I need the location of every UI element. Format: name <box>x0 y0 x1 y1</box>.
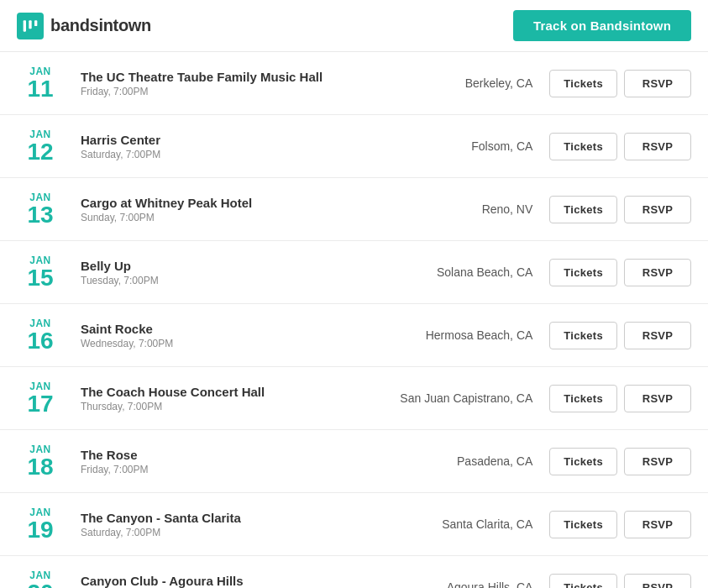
rsvp-button[interactable]: RSVP <box>624 196 691 223</box>
event-name: Canyon Club - Agoura Hills <box>81 574 398 588</box>
event-time: Friday, 7:00PM <box>81 86 398 97</box>
event-row: JAN 11 The UC Theatre Taube Family Music… <box>0 52 708 115</box>
event-day: 18 <box>27 455 53 479</box>
rsvp-button[interactable]: RSVP <box>624 133 691 160</box>
event-actions: Tickets RSVP <box>549 385 691 412</box>
event-day: 12 <box>27 140 53 164</box>
tickets-button[interactable]: Tickets <box>549 70 617 97</box>
event-day: 16 <box>27 329 53 353</box>
events-list: JAN 11 The UC Theatre Taube Family Music… <box>0 52 708 588</box>
tickets-button[interactable]: Tickets <box>549 511 617 538</box>
event-time: Sunday, 7:00PM <box>81 212 398 223</box>
event-date: JAN 13 <box>17 192 64 227</box>
logo-text: bandsintown <box>50 16 151 35</box>
event-actions: Tickets RSVP <box>549 511 691 538</box>
event-row: JAN 13 Cargo at Whitney Peak Hotel Sunda… <box>0 178 708 241</box>
header: bandsintown Track on Bandsintown <box>0 0 708 52</box>
event-actions: Tickets RSVP <box>549 133 691 160</box>
event-time: Wednesday, 7:00PM <box>81 338 398 349</box>
event-date: JAN 11 <box>17 66 64 101</box>
event-day: 19 <box>27 518 53 542</box>
event-row: JAN 18 The Rose Friday, 7:00PM Pasadena,… <box>0 430 708 493</box>
event-date: JAN 16 <box>17 318 64 353</box>
event-time: Thursday, 7:00PM <box>81 401 398 412</box>
event-info: Canyon Club - Agoura Hills Sunday, 7:00P… <box>81 574 398 589</box>
event-date: JAN 17 <box>17 381 64 416</box>
event-info: Cargo at Whitney Peak Hotel Sunday, 7:00… <box>81 196 398 223</box>
rsvp-button[interactable]: RSVP <box>624 511 691 538</box>
event-info: Belly Up Tuesday, 7:00PM <box>81 259 398 286</box>
event-day: 15 <box>27 266 53 290</box>
event-actions: Tickets RSVP <box>549 322 691 349</box>
event-location: Santa Clarita, CA <box>398 517 532 531</box>
event-row: JAN 16 Saint Rocke Wednesday, 7:00PM Her… <box>0 304 708 367</box>
event-info: Saint Rocke Wednesday, 7:00PM <box>81 322 398 349</box>
event-date: JAN 15 <box>17 255 64 290</box>
rsvp-button[interactable]: RSVP <box>624 70 691 97</box>
event-location: San Juan Capistrano, CA <box>398 391 532 405</box>
event-info: The Coach House Concert Hall Thursday, 7… <box>81 385 398 412</box>
event-time: Tuesday, 7:00PM <box>81 275 398 286</box>
event-info: The UC Theatre Taube Family Music Hall F… <box>81 70 398 97</box>
event-name: The Rose <box>81 448 398 462</box>
event-location: Pasadena, CA <box>398 454 532 468</box>
event-name: Cargo at Whitney Peak Hotel <box>81 196 398 210</box>
svg-rect-0 <box>24 20 26 31</box>
tickets-button[interactable]: Tickets <box>549 133 617 160</box>
event-actions: Tickets RSVP <box>549 196 691 223</box>
logo-area: bandsintown <box>17 13 151 39</box>
event-actions: Tickets RSVP <box>549 448 691 475</box>
event-time: Friday, 7:00PM <box>81 464 398 475</box>
tickets-button[interactable]: Tickets <box>549 196 617 223</box>
event-actions: Tickets RSVP <box>549 70 691 97</box>
event-row: JAN 19 The Canyon - Santa Clarita Saturd… <box>0 493 708 556</box>
rsvp-button[interactable]: RSVP <box>624 448 691 475</box>
event-location: Reno, NV <box>398 202 532 216</box>
tickets-button[interactable]: Tickets <box>549 448 617 475</box>
event-date: JAN 18 <box>17 444 64 479</box>
event-location: Solana Beach, CA <box>398 265 532 279</box>
event-info: The Rose Friday, 7:00PM <box>81 448 398 475</box>
event-location: Agoura Hills, CA <box>398 580 532 588</box>
event-date: JAN 20 <box>17 570 64 588</box>
event-name: The Coach House Concert Hall <box>81 385 398 399</box>
event-row: JAN 17 The Coach House Concert Hall Thur… <box>0 367 708 430</box>
rsvp-button[interactable]: RSVP <box>624 385 691 412</box>
svg-rect-1 <box>29 20 31 29</box>
event-location: Berkeley, CA <box>398 76 532 90</box>
event-name: The UC Theatre Taube Family Music Hall <box>81 70 398 84</box>
event-row: JAN 12 Harris Center Saturday, 7:00PM Fo… <box>0 115 708 178</box>
event-actions: Tickets RSVP <box>549 259 691 286</box>
tickets-button[interactable]: Tickets <box>549 322 617 349</box>
event-actions: Tickets RSVP <box>549 574 691 589</box>
event-day: 13 <box>27 203 53 227</box>
rsvp-button[interactable]: RSVP <box>624 322 691 349</box>
event-date: JAN 19 <box>17 507 64 542</box>
tickets-button[interactable]: Tickets <box>549 574 617 589</box>
event-name: Harris Center <box>81 133 398 147</box>
event-info: The Canyon - Santa Clarita Saturday, 7:0… <box>81 511 398 538</box>
rsvp-button[interactable]: RSVP <box>624 259 691 286</box>
event-date: JAN 12 <box>17 129 64 164</box>
event-day: 20 <box>27 581 53 588</box>
event-name: Saint Rocke <box>81 322 398 336</box>
event-row: JAN 20 Canyon Club - Agoura Hills Sunday… <box>0 556 708 588</box>
event-location: Hermosa Beach, CA <box>398 328 532 342</box>
event-location: Folsom, CA <box>398 139 532 153</box>
logo-icon <box>17 13 44 39</box>
event-time: Saturday, 7:00PM <box>81 149 398 160</box>
event-day: 11 <box>27 77 53 101</box>
event-name: Belly Up <box>81 259 398 273</box>
event-time: Saturday, 7:00PM <box>81 527 398 538</box>
rsvp-button[interactable]: RSVP <box>624 574 691 589</box>
event-day: 17 <box>27 392 53 416</box>
event-info: Harris Center Saturday, 7:00PM <box>81 133 398 160</box>
svg-rect-2 <box>34 20 37 26</box>
event-row: JAN 15 Belly Up Tuesday, 7:00PM Solana B… <box>0 241 708 304</box>
event-name: The Canyon - Santa Clarita <box>81 511 398 525</box>
tickets-button[interactable]: Tickets <box>549 385 617 412</box>
tickets-button[interactable]: Tickets <box>549 259 617 286</box>
track-button[interactable]: Track on Bandsintown <box>513 10 691 41</box>
